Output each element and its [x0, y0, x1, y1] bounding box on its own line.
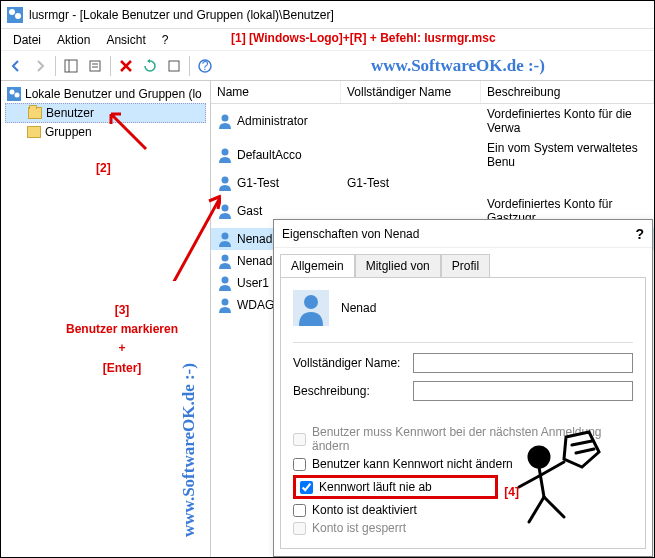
checkbox-locked	[293, 522, 306, 535]
svg-text:?: ?	[202, 59, 209, 73]
folder-icon	[27, 126, 41, 138]
list-header: Name Vollständiger Name Beschreibung	[211, 81, 654, 104]
svg-point-15	[222, 149, 229, 156]
annotation-2-label: [2]	[96, 161, 111, 175]
dialog-tabs: Allgemein Mitglied von Profil	[280, 254, 646, 277]
checkbox-label-locked: Konto ist gesperrt	[312, 521, 406, 535]
col-header-description[interactable]: Beschreibung	[481, 81, 654, 103]
annotation-arrow-3	[161, 191, 221, 281]
nav-back-button[interactable]	[5, 55, 27, 77]
list-cell-name: Nenad	[237, 232, 272, 246]
watermark-top: www.SoftwareOK.de :-)	[371, 56, 545, 76]
label-fullname: Vollständiger Name:	[293, 356, 413, 370]
menu-action[interactable]: Aktion	[49, 31, 98, 49]
tab-general[interactable]: Allgemein	[280, 254, 355, 277]
checkbox-disabled[interactable]	[293, 504, 306, 517]
svg-point-12	[10, 90, 15, 95]
properties-button[interactable]	[84, 55, 106, 77]
col-header-name[interactable]: Name	[211, 81, 341, 103]
folder-open-icon	[28, 107, 42, 119]
window-titlebar: lusrmgr - [Lokale Benutzer und Gruppen (…	[1, 1, 654, 29]
dialog-username: Nenad	[341, 301, 376, 315]
refresh-button[interactable]	[139, 55, 161, 77]
checkbox-label-cannotchange: Benutzer kann Kennwort nicht ändern	[312, 457, 513, 471]
list-cell-name: DefaultAcco	[237, 148, 302, 162]
checkbox-row-cannotchange[interactable]: Benutzer kann Kennwort nicht ändern	[293, 457, 633, 471]
input-description[interactable]	[413, 381, 633, 401]
watermark-side: www.SoftwareOK.de :-)	[179, 363, 199, 537]
svg-point-20	[222, 277, 229, 284]
svg-point-1	[9, 9, 15, 15]
svg-point-21	[222, 299, 229, 306]
checkbox-cannotchange[interactable]	[293, 458, 306, 471]
svg-rect-5	[90, 61, 100, 71]
user-icon	[217, 113, 233, 129]
annotation-1: [1] [Windows-Logo]+[R] + Befehl: lusrmgr…	[231, 31, 496, 45]
list-cell-description: Ein vom System verwaltetes Benu	[487, 141, 648, 169]
list-cell-name: User1	[237, 276, 269, 290]
checkbox-mustchange	[293, 433, 306, 446]
user-icon	[217, 147, 233, 163]
toolbar: ?	[1, 51, 654, 81]
dialog-body: Nenad Vollständiger Name: Beschreibung: …	[280, 277, 646, 549]
list-cell-name: Administrator	[237, 114, 308, 128]
tab-profile[interactable]: Profil	[441, 254, 490, 277]
menu-help[interactable]: ?	[154, 31, 177, 49]
checkbox-row-locked: Konto ist gesperrt	[293, 521, 633, 535]
checkbox-label-mustchange: Benutzer muss Kennwort bei der nächsten …	[312, 425, 633, 453]
svg-rect-3	[65, 60, 77, 72]
users-groups-icon	[7, 87, 21, 101]
menu-file[interactable]: Datei	[5, 31, 49, 49]
list-cell-name: Gast	[237, 204, 262, 218]
dialog-titlebar: Eigenschaften von Nenad ?	[274, 220, 652, 248]
user-large-icon	[293, 290, 329, 326]
dialog-title: Eigenschaften von Nenad	[282, 227, 419, 241]
list-row[interactable]: DefaultAcco Ein vom System verwaltetes B…	[211, 138, 654, 172]
tree-root-label: Lokale Benutzer und Gruppen (lo	[25, 87, 202, 101]
checkbox-row-neverexpire[interactable]: Kennwort läuft nie ab	[293, 475, 498, 499]
checkbox-label-neverexpire: Kennwort läuft nie ab	[319, 480, 432, 494]
properties-dialog: Eigenschaften von Nenad ? Allgemein Mitg…	[273, 219, 653, 557]
svg-point-17	[222, 205, 229, 212]
help-button[interactable]: ?	[194, 55, 216, 77]
input-fullname[interactable]	[413, 353, 633, 373]
svg-point-2	[15, 13, 21, 19]
annotation-3-text: [3] Benutzer markieren + [Enter]	[66, 301, 178, 378]
tree-users-label: Benutzer	[46, 106, 94, 120]
annotation-arrow-2	[106, 109, 156, 159]
checkbox-row-mustchange: Benutzer muss Kennwort bei der nächsten …	[293, 425, 633, 453]
checkbox-neverexpire[interactable]	[300, 481, 313, 494]
list-cell-name: G1-Test	[237, 176, 279, 190]
col-header-fullname[interactable]: Vollständiger Name	[341, 81, 481, 103]
export-list-button[interactable]	[163, 55, 185, 77]
tab-memberof[interactable]: Mitglied von	[355, 254, 441, 277]
show-hide-tree-button[interactable]	[60, 55, 82, 77]
app-icon	[7, 7, 23, 23]
tree-groups-label: Gruppen	[45, 125, 92, 139]
menu-view[interactable]: Ansicht	[98, 31, 153, 49]
dialog-help-icon[interactable]: ?	[635, 226, 644, 242]
list-row[interactable]: G1-Test G1-Test	[211, 172, 654, 194]
window-title: lusrmgr - [Lokale Benutzer und Gruppen (…	[29, 8, 334, 22]
list-cell-description: Vordefiniertes Konto für die Verwa	[487, 107, 648, 135]
tree-root-node[interactable]: Lokale Benutzer und Gruppen (lo	[5, 85, 206, 103]
label-description: Beschreibung:	[293, 384, 413, 398]
user-icon	[217, 175, 233, 191]
svg-point-19	[222, 255, 229, 262]
list-cell-fullname: G1-Test	[347, 176, 389, 190]
svg-rect-8	[169, 61, 179, 71]
list-row[interactable]: Administrator Vordefiniertes Konto für d…	[211, 104, 654, 138]
checkbox-label-disabled: Konto ist deaktiviert	[312, 503, 417, 517]
nav-forward-button[interactable]	[29, 55, 51, 77]
svg-point-13	[15, 93, 20, 98]
user-icon	[217, 297, 233, 313]
svg-point-18	[222, 233, 229, 240]
annotation-4-label: [4]	[504, 485, 519, 499]
delete-button[interactable]	[115, 55, 137, 77]
svg-point-16	[222, 177, 229, 184]
checkbox-row-disabled[interactable]: Konto ist deaktiviert	[293, 503, 633, 517]
svg-point-23	[304, 295, 318, 309]
svg-point-14	[222, 115, 229, 122]
